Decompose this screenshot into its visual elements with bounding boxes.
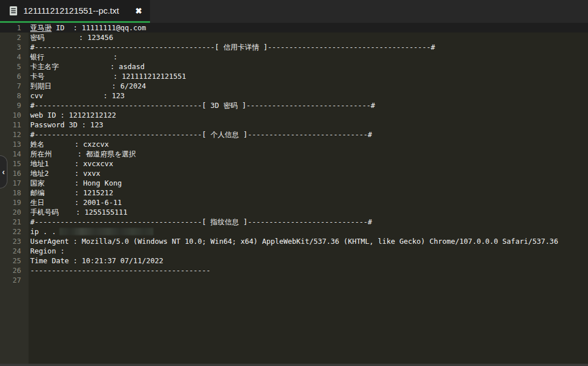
line-number: 10 [0, 110, 29, 120]
line-text: 卡主名字 : asdasd [29, 62, 145, 71]
line-number: 12 [0, 130, 29, 139]
file-tab[interactable]: 121111212121551--pc.txt ✖ [0, 0, 150, 23]
code-lines: 1亚马逊 ID : 11111111@qq.com2密码 : 1234563#-… [0, 23, 588, 285]
line-number: 21 [0, 217, 29, 227]
line-number: 26 [0, 266, 29, 275]
code-line[interactable]: 4银行 : [0, 52, 588, 62]
code-line[interactable]: 6卡号 : 121111212121551 [0, 71, 588, 81]
line-number: 9 [0, 100, 29, 110]
code-line[interactable]: 13姓名 : cxzcvx [0, 139, 588, 149]
code-line[interactable]: 12#-------------------------------------… [0, 130, 588, 139]
line-number: 13 [0, 139, 29, 149]
line-text: ----------------------------------------… [29, 266, 210, 275]
line-number: 8 [0, 91, 29, 100]
tab-title: 121111212121551--pc.txt [23, 6, 128, 15]
line-text: 到期日 : 6/2024 [29, 81, 146, 91]
line-text: 姓名 : cxzcvx [29, 139, 109, 149]
tab-bar: 121111212121551--pc.txt ✖ [0, 0, 588, 23]
line-number: 11 [0, 120, 29, 130]
code-line[interactable]: 20手机号码 : 1255155111 [0, 207, 588, 217]
code-line[interactable]: 23UserAgent : Mozilla/5.0 (Windows NT 10… [0, 236, 588, 246]
line-text: ip . . [29, 227, 153, 236]
line-text: Time Date : 10:21:37 07/11/2022 [29, 256, 163, 266]
chevron-left-icon: ‹ [2, 167, 5, 176]
line-text: 密码 : 123456 [29, 33, 113, 42]
code-line[interactable]: 7到期日 : 6/2024 [0, 81, 588, 91]
code-line[interactable]: 18邮编 : 1215212 [0, 188, 588, 198]
line-text: 生日 : 2001-6-11 [29, 198, 121, 207]
line-number: 27 [0, 275, 29, 285]
line-text: web ID : 12121212122 [29, 110, 116, 120]
line-text: Region : [29, 246, 64, 256]
line-text: 邮编 : 1215212 [29, 188, 113, 198]
code-line[interactable]: 9#--------------------------------------… [0, 100, 588, 110]
line-number: 25 [0, 256, 29, 266]
code-line[interactable]: 25Time Date : 10:21:37 07/11/2022 [0, 256, 588, 266]
redacted-ip-block [59, 228, 153, 235]
line-number: 22 [0, 227, 29, 236]
code-line[interactable]: 15地址1 : xvcxcvx [0, 159, 588, 168]
line-number: 24 [0, 246, 29, 256]
line-text: 亚马逊 ID : 11111111@qq.com [29, 23, 146, 33]
code-line[interactable]: 8cvv : 123 [0, 91, 588, 100]
code-line[interactable]: 27 [0, 275, 588, 285]
line-text: 国家 : Hong Kong [29, 178, 121, 188]
sidebar-collapse-handle[interactable]: ‹ [0, 155, 7, 188]
line-number: 19 [0, 198, 29, 207]
line-number: 1 [0, 23, 29, 33]
line-text: #---------------------------------------… [29, 130, 372, 139]
horizontal-scrollbar[interactable] [0, 364, 588, 366]
line-number: 3 [0, 42, 29, 52]
code-line[interactable]: 17国家 : Hong Kong [0, 178, 588, 188]
line-text: #---------------------------------------… [29, 217, 372, 227]
code-line[interactable]: 5卡主名字 : asdasd [0, 62, 588, 71]
line-text: #---------------------------------------… [29, 100, 375, 110]
code-line[interactable]: 22ip . . [0, 227, 588, 236]
line-text: #---------------------------------------… [29, 42, 435, 52]
line-text [29, 275, 30, 285]
line-number: 23 [0, 236, 29, 246]
line-number: 6 [0, 71, 29, 81]
line-number: 2 [0, 33, 29, 42]
line-text: 手机号码 : 1255155111 [29, 207, 127, 217]
code-line[interactable]: 14所在州 : 都道府県を選択 [0, 149, 588, 159]
line-text: 地址2 : vxvx [29, 168, 100, 178]
code-line[interactable]: 26--------------------------------------… [0, 266, 588, 275]
code-line[interactable]: 1亚马逊 ID : 11111111@qq.com [0, 23, 588, 33]
line-number: 20 [0, 207, 29, 217]
line-number: 5 [0, 62, 29, 71]
line-text: 地址1 : xvcxcvx [29, 159, 113, 168]
line-number: 4 [0, 52, 29, 62]
code-line[interactable]: 2密码 : 123456 [0, 33, 588, 42]
line-text: 所在州 : 都道府県を選択 [29, 149, 136, 159]
code-line[interactable]: 24Region : [0, 246, 588, 256]
line-text: 卡号 : 121111212121551 [29, 71, 186, 81]
code-line[interactable]: 10web ID : 12121212122 [0, 110, 588, 120]
line-text: UserAgent : Mozilla/5.0 (Windows NT 10.0… [29, 236, 558, 246]
tab-close-icon[interactable]: ✖ [134, 6, 143, 16]
line-text: Password 3D : 123 [29, 120, 103, 130]
line-text: 银行 : [29, 52, 117, 62]
line-number: 18 [0, 188, 29, 198]
code-line[interactable]: 21#-------------------------------------… [0, 217, 588, 227]
line-number: 7 [0, 81, 29, 91]
code-line[interactable]: 3#--------------------------------------… [0, 42, 588, 52]
line-text: cvv : 123 [29, 91, 125, 100]
code-line[interactable]: 19生日 : 2001-6-11 [0, 198, 588, 207]
text-editor[interactable]: 1亚马逊 ID : 11111111@qq.com2密码 : 1234563#-… [0, 23, 588, 366]
code-line[interactable]: 11Password 3D : 123 [0, 120, 588, 130]
document-icon [9, 6, 18, 16]
code-line[interactable]: 16地址2 : vxvx [0, 168, 588, 178]
